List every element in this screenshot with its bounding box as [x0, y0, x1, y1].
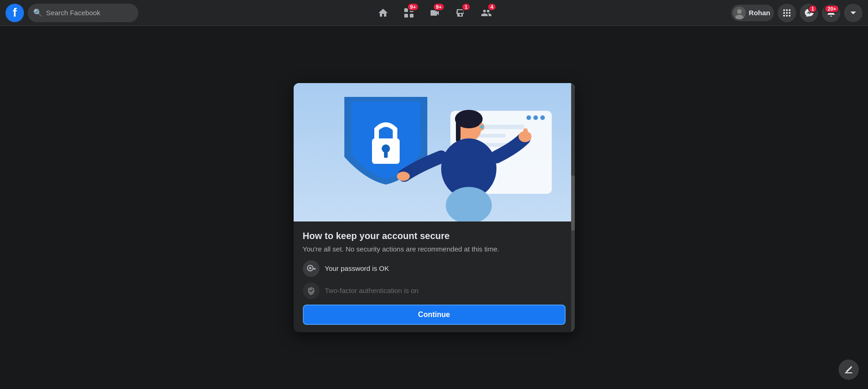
avatar	[733, 6, 746, 19]
security-illustration-svg	[294, 83, 575, 221]
compose-icon	[844, 365, 853, 374]
svg-rect-42	[313, 268, 314, 269]
center-nav: 9+ 9+ 1 4	[138, 2, 731, 24]
modal-title: How to keep your account secure	[303, 231, 566, 241]
avatar-image	[733, 6, 746, 19]
nav-people[interactable]: 4	[475, 2, 497, 24]
nav-home[interactable]	[372, 2, 394, 24]
right-nav: Rohan 1 20+	[731, 4, 862, 22]
svg-point-31	[480, 125, 484, 129]
user-profile-btn[interactable]: Rohan	[731, 5, 774, 21]
svg-point-39	[309, 267, 311, 269]
svg-rect-43	[845, 372, 852, 373]
svg-point-34	[397, 172, 410, 181]
svg-rect-41	[314, 268, 315, 270]
search-icon: 🔍	[33, 8, 42, 17]
grid-menu-btn[interactable]	[778, 4, 796, 22]
2fa-text: Two-factor authentication is on	[325, 287, 419, 294]
search-bar[interactable]: 🔍 Search Facebook	[28, 4, 138, 22]
nav-reels[interactable]: 9+	[398, 2, 420, 24]
password-text: Your password is OK	[325, 264, 390, 272]
notifications-badge: 20+	[824, 5, 839, 13]
modal-illustration	[294, 83, 575, 221]
svg-point-8	[786, 9, 788, 11]
svg-rect-36	[523, 128, 528, 137]
user-name: Rohan	[749, 9, 770, 17]
svg-point-12	[789, 12, 791, 14]
reels-badge: 9+	[407, 3, 419, 11]
continue-button[interactable]: Continue	[303, 305, 566, 325]
svg-point-23	[540, 115, 545, 120]
svg-rect-2	[404, 14, 408, 18]
nav-video[interactable]: 9+	[424, 2, 446, 24]
shield-check-icon	[307, 286, 316, 295]
svg-point-9	[789, 9, 791, 11]
compose-button[interactable]	[838, 359, 859, 380]
svg-rect-3	[410, 14, 413, 18]
svg-rect-29	[456, 119, 461, 142]
svg-point-10	[783, 12, 785, 14]
account-dropdown-btn[interactable]	[844, 4, 862, 22]
messenger-btn[interactable]: 1	[800, 4, 818, 22]
security-modal: How to keep your account secure You're a…	[294, 83, 575, 332]
navbar: f 🔍 Search Facebook 9+ 9+	[0, 0, 868, 26]
checklist-item-password: Your password is OK	[303, 260, 566, 277]
modal-scrollbar[interactable]	[571, 83, 575, 332]
scrollbar-thumb[interactable]	[571, 175, 575, 231]
home-icon	[378, 7, 389, 18]
search-placeholder: Search Facebook	[46, 9, 100, 17]
checklist-item-2fa: Two-factor authentication is on	[303, 282, 566, 299]
modal-subtitle: You're all set. No security actions are …	[303, 245, 566, 253]
svg-point-15	[789, 15, 791, 17]
svg-point-14	[786, 15, 788, 17]
store-badge: 1	[461, 3, 471, 11]
svg-point-5	[737, 9, 742, 14]
messenger-badge: 1	[808, 5, 817, 13]
facebook-logo[interactable]: f	[6, 4, 24, 22]
2fa-icon	[303, 282, 319, 299]
svg-point-7	[783, 9, 785, 11]
chevron-down-icon	[850, 9, 857, 17]
svg-point-21	[526, 115, 531, 120]
svg-rect-26	[384, 151, 388, 158]
people-badge: 4	[487, 3, 496, 11]
password-icon	[303, 260, 319, 277]
svg-point-22	[533, 115, 538, 120]
key-icon	[307, 264, 316, 273]
grid-icon	[782, 8, 791, 18]
svg-point-11	[786, 12, 788, 14]
main-content: How to keep your account secure You're a…	[0, 26, 868, 389]
svg-point-13	[783, 15, 785, 17]
modal-body: How to keep your account secure You're a…	[294, 221, 575, 332]
nav-store[interactable]: 1	[449, 2, 472, 24]
notifications-btn[interactable]: 20+	[822, 4, 840, 22]
video-badge: 9+	[433, 3, 445, 11]
